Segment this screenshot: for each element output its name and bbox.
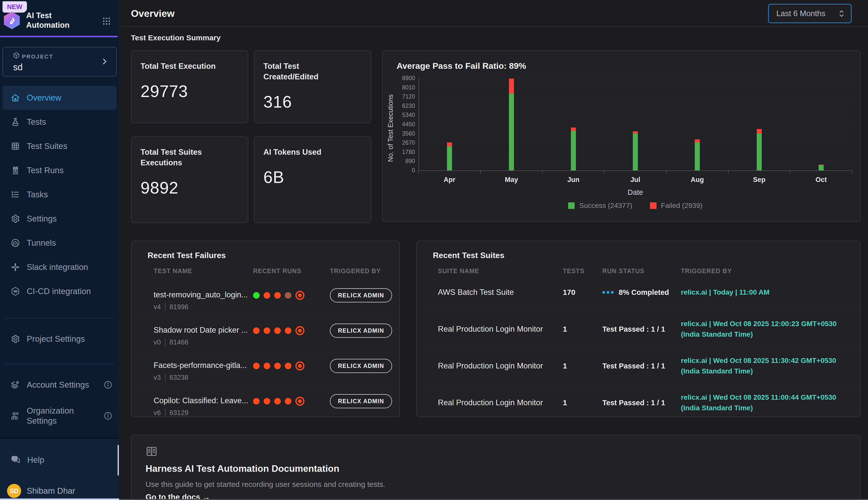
triggered-by-button[interactable]: RELICX ADMIN [330,359,392,373]
run-dot-green-icon [253,292,260,299]
layers-icon [11,380,20,390]
test-version-id: v081466 [154,338,188,346]
stacked-bar-aug[interactable] [695,139,700,170]
y-tick: 0 [412,167,415,174]
suite-triggered-by: relicx.ai | Wed Oct 08 2025 12:00:23 GMT… [681,319,852,340]
stacked-bar-oct[interactable] [819,164,824,170]
run-dot-ring-icon [295,291,304,300]
table-row[interactable]: Real Production Login Monitor 1 Test Pas… [417,311,860,348]
run-status: Test Passed : 1 / 1 [602,362,665,370]
run-dot-orange-icon [274,292,281,299]
run-dot-ring-icon [295,326,304,335]
sidebar-nav: Overview Tests Test Suites Test Runs Tas… [0,86,119,304]
triggered-by-button[interactable]: RELICX ADMIN [330,394,392,408]
sidebar-scrollbar[interactable] [118,445,119,476]
y-tick: 7120 [402,93,415,100]
section-title: Test Execution Summary [131,34,221,42]
sidebar: NEW AI Test Automation [0,0,119,500]
table-row[interactable]: Real Production Login Monitor 1 Test Pas… [417,348,860,384]
app-logo-icon [3,12,21,29]
sidebar-item-overview[interactable]: Overview [2,86,117,110]
suites-rows: AWS Batch Test Suite 170 8% Completed re… [417,274,860,417]
date-range-value: Last 6 Months [776,9,825,18]
run-dot-orange-icon [263,292,270,299]
docs-book-icon [145,445,157,457]
user-name: Shibam Dhar [27,486,75,496]
column-header: SUITE NAME [438,268,479,275]
triggered-by-button[interactable]: RELICX ADMIN [330,323,392,338]
tunnel-icon [11,238,20,248]
table-row[interactable]: Shadow root Date picker ... v081466 RELI… [131,318,399,353]
nav-label: Test Runs [27,166,64,175]
stacked-bar-jul[interactable] [633,131,638,170]
y-tick: 8010 [402,84,415,91]
stacked-bar-sep[interactable] [757,129,762,170]
nav-label: Settings [27,214,57,224]
recent-run-dots [253,291,304,300]
column-header: RECENT RUNS [253,268,302,275]
stacked-bar-may[interactable] [509,79,514,170]
stat-card-total-test-created: Total Test Created/Edited 316 [254,50,371,123]
avatar: SD [7,484,21,498]
recent-run-dots [253,397,304,406]
table-row[interactable]: Copilot: Classified: Leave... v663129 RE… [131,389,399,417]
list-icon [11,190,20,199]
apps-grid-icon[interactable] [101,16,112,28]
home-icon [11,93,20,103]
test-name: Copilot: Classified: Leave... [154,396,248,405]
test-version-id: v663129 [154,409,188,417]
sidebar-item-test-suites[interactable]: Test Suites [0,134,119,158]
run-dot-orange-icon [274,327,281,334]
chart-legend: Success (24377)Failed (2939) [419,202,852,210]
info-icon[interactable] [104,380,113,389]
suite-name: AWS Batch Test Suite [438,288,514,297]
project-label: PROJECT [22,54,54,60]
x-tick: Sep [753,176,765,184]
run-dot-orange-icon [274,398,281,405]
triggered-by-button[interactable]: RELICX ADMIN [330,288,392,303]
sidebar-item-test-runs[interactable]: Test Runs [0,158,119,182]
chart-title: Average Pass to Fail Ratio: 89% [397,61,526,71]
suite-triggered-by: relicx.ai | Wed Oct 08 2025 11:00:44 GMT… [681,392,852,413]
stat-card-total-test-execution: Total Test Execution 29773 [131,50,248,123]
table-row[interactable]: test-removing_auto_login... v481996 RELI… [131,283,399,318]
project-selector[interactable]: PROJECT sd [2,47,117,77]
user-menu[interactable]: SD Shibam Dhar [7,484,75,498]
sidebar-item-tunnels[interactable]: Tunnels [0,231,119,255]
test-name: Shadow root Date picker ... [154,326,248,335]
test-name: test-removing_auto_login... [154,290,248,299]
run-dot-brown-icon [285,292,291,299]
run-dot-orange-icon [285,398,291,405]
stacked-bar-jun[interactable] [571,127,576,170]
table-row[interactable]: AWS Batch Test Suite 170 8% Completed re… [417,274,860,311]
pass-fail-chart-card: Average Pass to Fail Ratio: 89% No. of T… [382,50,860,222]
stat-label: Total Test Created/Edited [263,61,349,82]
main-hscrollbar[interactable] [119,499,868,500]
run-dot-orange-icon [253,398,260,405]
columns-icon [11,166,20,175]
sidebar-item-organization-settings[interactable]: Organization Settings [0,402,119,430]
column-header: TESTS [563,268,585,275]
sidebar-item-cicd-integration[interactable]: CI-CD integration [0,279,119,304]
table-row[interactable]: Facets-performance-gitla... v363238 RELI… [131,353,399,389]
sidebar-hscrollbar[interactable] [0,499,119,500]
info-icon[interactable] [104,411,113,420]
sidebar-item-slack-integration[interactable]: Slack integration [0,255,119,279]
run-dot-orange-icon [263,327,270,334]
stacked-bar-apr[interactable] [447,143,452,170]
sidebar-item-account-settings[interactable]: Account Settings [0,373,119,397]
sidebar-item-help[interactable]: ? Help [0,448,119,471]
table-row[interactable]: Real Production Login Monitor 1 Test Pas… [417,384,860,417]
recent-run-dots [253,361,304,371]
run-dot-orange-icon [285,327,291,334]
grid-icon [11,141,20,151]
sidebar-item-tests[interactable]: Tests [0,110,119,134]
date-range-select[interactable]: Last 6 Months [768,4,852,23]
legend-item-success: Success (24377) [568,202,632,210]
logo-area: NEW AI Test Automation [0,0,119,37]
sidebar-item-tasks[interactable]: Tasks [0,182,119,207]
sidebar-item-project-settings[interactable]: Project Settings [0,327,119,351]
gear-icon [11,334,20,344]
nav-label: CI-CD integration [27,286,91,296]
sidebar-item-settings[interactable]: Settings [0,207,119,231]
